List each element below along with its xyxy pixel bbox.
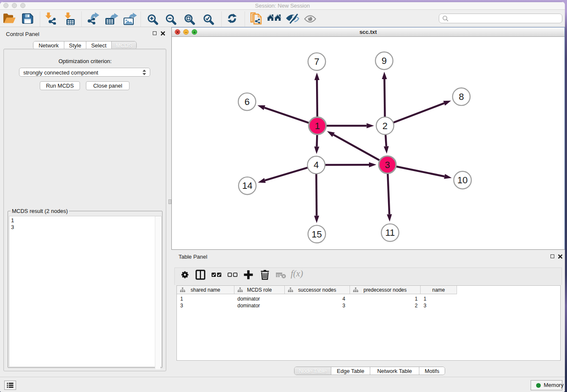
svg-text:14: 14: [242, 180, 252, 191]
svg-text:7: 7: [314, 56, 319, 67]
svg-text:11: 11: [385, 227, 395, 238]
svg-text:8: 8: [459, 91, 464, 102]
svg-text:9: 9: [382, 55, 387, 66]
svg-text:10: 10: [457, 175, 468, 185]
svg-text:3: 3: [385, 160, 390, 170]
svg-text:4: 4: [314, 160, 319, 170]
svg-text:2: 2: [383, 121, 388, 131]
svg-text:1: 1: [315, 121, 320, 131]
svg-text:15: 15: [311, 229, 322, 240]
svg-text:6: 6: [245, 97, 250, 107]
